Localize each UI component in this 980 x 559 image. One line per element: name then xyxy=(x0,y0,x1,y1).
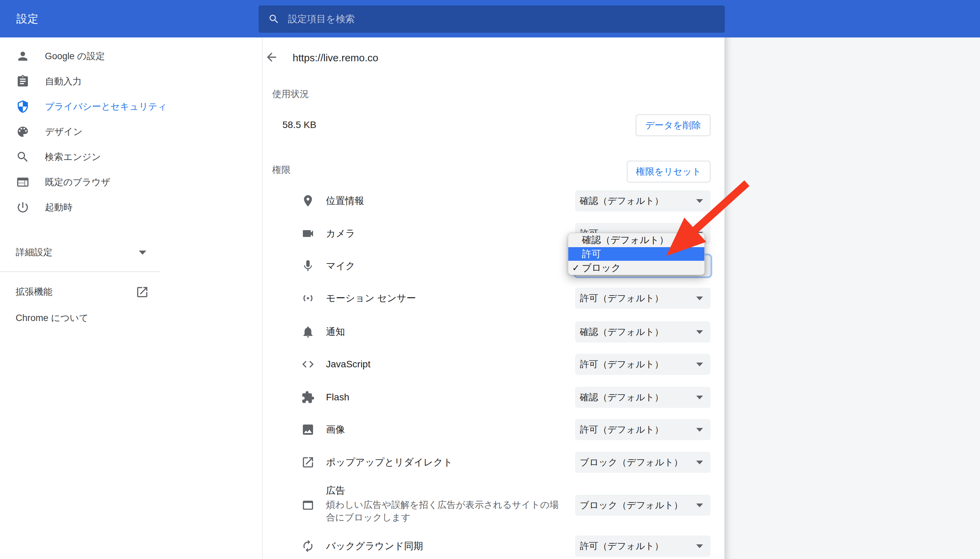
permission-select-value: ブロック（デフォルト） xyxy=(580,499,683,511)
menu-option[interactable]: 許可 xyxy=(568,247,704,261)
dropdown-caret-icon xyxy=(696,428,703,432)
permission-description: 煩わしい広告や誤解を招く広告が表示されるサイトの場合にブロックします xyxy=(326,499,568,524)
videocam-icon xyxy=(301,227,315,240)
sidebar-item-search[interactable]: 検索エンジン xyxy=(0,144,160,170)
sidebar-item-label: プライバシーとセキュリティ xyxy=(45,101,167,113)
sidebar-item-label: 検索エンジン xyxy=(45,151,101,163)
code-icon xyxy=(301,357,315,371)
person-icon xyxy=(16,50,30,63)
back-button[interactable] xyxy=(265,50,280,65)
dropdown-caret-icon xyxy=(696,395,703,399)
settings-search-input[interactable] xyxy=(288,13,725,25)
image-icon xyxy=(301,423,315,437)
sidebar-item-label: Google の設定 xyxy=(45,50,105,62)
dropdown-caret-icon xyxy=(696,503,703,507)
permission-row-open-in-new: ポップアップとリダイレクト ブロック（デフォルト） xyxy=(0,438,980,486)
check-icon: ✓ xyxy=(572,263,580,273)
menu-option-label: 確認（デフォルト） xyxy=(582,233,669,246)
arrow-back-icon xyxy=(265,50,278,64)
permission-select-value: 許可（デフォルト） xyxy=(580,540,663,552)
permission-select[interactable]: 許可（デフォルト） xyxy=(575,288,711,309)
sidebar-item-clipboard[interactable]: 自動入力 xyxy=(0,69,160,94)
place-icon xyxy=(301,194,315,208)
clear-data-button[interactable]: データを削除 xyxy=(636,114,711,136)
permission-select[interactable]: ブロック（デフォルト） xyxy=(575,452,711,473)
sidebar-item-label: 自動入力 xyxy=(45,75,82,88)
permission-dropdown-menu: 確認（デフォルト） 許可 ✓ ブロック xyxy=(568,233,705,275)
permission-select[interactable]: 許可（デフォルト） xyxy=(575,354,711,375)
permission-select-value: 許可（デフォルト） xyxy=(580,292,663,304)
menu-option[interactable]: 確認（デフォルト） xyxy=(568,233,704,247)
clipboard-icon xyxy=(16,74,30,88)
puzzle-icon xyxy=(301,390,315,404)
ad-box-icon xyxy=(301,498,315,512)
sidebar-item-palette[interactable]: デザイン xyxy=(0,119,160,144)
settings-header: 設定 xyxy=(0,0,980,38)
search-icon xyxy=(268,13,280,25)
search-icon xyxy=(16,150,30,164)
permission-select[interactable]: 許可（デフォルト） xyxy=(575,419,711,440)
bell-icon xyxy=(301,325,315,339)
dropdown-caret-icon xyxy=(696,199,703,203)
dropdown-caret-icon xyxy=(696,362,703,366)
sidebar-item-person[interactable]: Google の設定 xyxy=(0,44,160,69)
shield-icon xyxy=(16,100,30,113)
site-url: https://live.remo.co xyxy=(293,51,378,64)
permission-select[interactable]: 確認（デフォルト） xyxy=(575,190,711,212)
dropdown-caret-icon xyxy=(696,544,703,548)
permission-select-value: 許可（デフォルト） xyxy=(580,358,663,370)
palette-icon xyxy=(16,125,30,139)
menu-option[interactable]: ✓ ブロック xyxy=(568,261,704,275)
permission-select[interactable]: 確認（デフォルト） xyxy=(575,321,711,342)
sidebar-item-label: デザイン xyxy=(45,126,82,138)
permission-select-value: 確認（デフォルト） xyxy=(580,391,663,404)
menu-option-label: 許可 xyxy=(582,248,601,260)
permission-select[interactable]: 確認（デフォルト） xyxy=(575,387,711,408)
permission-select-value: 確認（デフォルト） xyxy=(580,195,663,207)
page-title: 設定 xyxy=(16,12,39,25)
open-in-new-icon xyxy=(301,455,315,469)
sidebar-item-shield[interactable]: プライバシーとセキュリティ xyxy=(0,94,160,119)
dropdown-caret-icon xyxy=(696,330,703,334)
permission-row-sync: バックグラウンド同期 許可（デフォルト） xyxy=(0,522,980,559)
usage-section-label: 使用状況 xyxy=(272,88,309,100)
permission-select-value: 確認（デフォルト） xyxy=(580,326,663,338)
permission-select[interactable]: 許可（デフォルト） xyxy=(575,536,711,557)
dropdown-caret-icon xyxy=(696,296,703,300)
usage-size: 58.5 KB xyxy=(282,119,317,131)
permission-select[interactable]: ブロック（デフォルト） xyxy=(575,495,711,516)
sensors-icon xyxy=(301,291,315,305)
permission-select-value: ブロック（デフォルト） xyxy=(580,456,683,468)
permission-row-ad-box: 広告煩わしい広告や誤解を招く広告が表示されるサイトの場合にブロックします ブロッ… xyxy=(0,481,980,529)
sync-icon xyxy=(301,539,315,553)
permission-select-value: 許可（デフォルト） xyxy=(580,423,663,436)
permission-label: ポップアップとリダイレクト xyxy=(326,438,453,486)
permission-label: バックグラウンド同期 xyxy=(326,522,423,559)
mic-icon xyxy=(301,259,315,273)
settings-search[interactable] xyxy=(259,5,725,33)
dropdown-caret-icon xyxy=(696,461,703,464)
chrome-settings-page: 設定 Google の設定 自動入力 プライバシーとセキュリティ デザイン 検索… xyxy=(0,0,980,559)
permission-label: 広告 xyxy=(326,484,345,497)
permissions-section-label: 権限 xyxy=(272,164,290,176)
menu-option-label: ブロック xyxy=(582,261,621,275)
